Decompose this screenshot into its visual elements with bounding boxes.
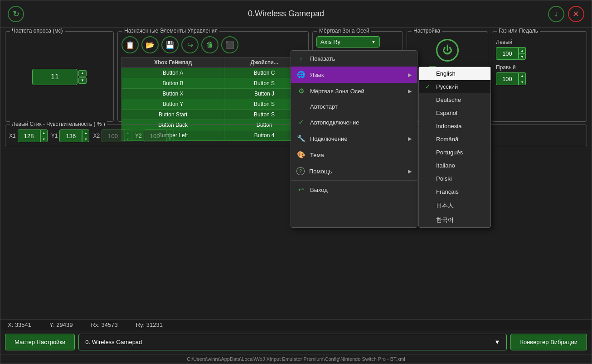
controls-panel-title: Назначенные Элементы Управления <box>122 28 219 34</box>
title-bar-right: ↓ ✕ <box>548 6 584 22</box>
autoconnect-label: Автоподключение <box>310 119 412 126</box>
dropdown-item-show[interactable]: ↑ Показать <box>291 51 417 67</box>
lang-deutsche[interactable]: Deutsche <box>419 93 490 106</box>
right-pedal-spinner[interactable]: 100 ▲ ▼ <box>496 72 583 85</box>
left-y2-down[interactable]: ▼ <box>166 136 174 142</box>
deadzone-panel-title: Мёртвая Зона Осей <box>317 28 371 34</box>
layers-button[interactable]: ⬛ <box>221 36 238 53</box>
layers-icon: ⬛ <box>225 41 234 49</box>
save-button[interactable]: 💾 <box>161 36 179 53</box>
left-pedal-spinner[interactable]: 100 ▲ ▼ <box>496 47 583 60</box>
lang-romana-text: Română <box>436 136 458 143</box>
left-y1-input[interactable]: 136 <box>59 129 82 142</box>
frequency-up-arrow[interactable]: ▲ <box>78 70 87 77</box>
download-button[interactable]: ↓ <box>548 6 564 22</box>
table-row[interactable]: Button XButton J <box>122 89 305 99</box>
axis-select[interactable]: Axis Ry ▼ <box>316 36 380 48</box>
left-x1-spinner[interactable]: 128 ▲ ▼ <box>18 129 48 142</box>
left-y1-label: Y1 <box>51 133 58 139</box>
lang-japanese-text: 日本人 <box>436 201 454 210</box>
export-button[interactable]: ↪ <box>181 36 199 53</box>
vibration-converter-button[interactable]: Конвертер Вибрации <box>510 334 587 350</box>
lang-italiano[interactable]: Italiano <box>419 159 490 172</box>
axis-select-row: Axis Ry ▼ <box>316 36 399 48</box>
dropdown-item-exit[interactable]: ↩ Выход <box>291 182 417 198</box>
lang-polski[interactable]: Polski <box>419 172 490 185</box>
left-y2-spinner[interactable]: 100 ▲ ▼ <box>144 129 174 142</box>
lang-japanese[interactable]: 日本人 <box>419 198 490 213</box>
left-y2-field: Y2 100 ▲ ▼ <box>135 129 174 142</box>
left-x2-down[interactable]: ▼ <box>124 136 131 142</box>
frequency-input[interactable]: 11 <box>39 73 71 81</box>
left-x1-up[interactable]: ▲ <box>40 129 48 136</box>
left-x2-input[interactable]: 100 <box>102 129 124 142</box>
left-pedal-up[interactable]: ▲ <box>519 47 526 53</box>
trash-icon: 🗑 <box>206 41 214 49</box>
master-settings-button[interactable]: Мастер Настройки <box>5 334 75 350</box>
right-pedal-up[interactable]: ▲ <box>519 72 526 79</box>
dropdown-item-autoconnect[interactable]: ✓ Автоподключение <box>291 114 417 130</box>
lang-korean[interactable]: 한국어 <box>419 213 490 227</box>
connect-arrow: ▶ <box>408 136 412 142</box>
table-row[interactable]: Button StartButton S <box>122 110 305 120</box>
open-button[interactable]: 📂 <box>141 36 159 53</box>
right-pedal-input[interactable]: 100 <box>496 72 519 85</box>
device-select[interactable]: 0. Wireless Gamepad ▼ <box>78 334 507 350</box>
left-y2-input[interactable]: 100 <box>144 129 166 142</box>
dropdown-item-language[interactable]: 🌐 Язык ▶ <box>291 67 417 83</box>
left-y1-down[interactable]: ▼ <box>82 136 89 142</box>
lang-korean-text: 한국어 <box>436 216 454 224</box>
table-row[interactable]: Button BButton S <box>122 78 305 89</box>
dropdown-item-connect[interactable]: 🔧 Подключение ▶ <box>291 130 417 147</box>
device-select-value: 0. Wireless Gamepad <box>85 339 142 345</box>
lang-francais-text: Français <box>436 188 459 195</box>
left-stick-inner: X1 128 ▲ ▼ Y1 136 <box>9 129 290 142</box>
deadzone-menu-label: Мёртвая Зона Осей <box>310 88 403 95</box>
language-icon: 🌐 <box>296 71 306 79</box>
left-y1-up[interactable]: ▲ <box>82 129 89 136</box>
frequency-down-arrow[interactable]: ▼ <box>78 77 87 84</box>
lang-indonesia[interactable]: Indonesia <box>419 120 490 133</box>
lang-romana[interactable]: Română <box>419 133 490 146</box>
theme-icon: 🎨 <box>296 151 306 159</box>
left-y2-up[interactable]: ▲ <box>166 129 174 136</box>
frequency-spinner[interactable]: 11 ▲ ▼ <box>32 69 87 85</box>
left-x1-down[interactable]: ▼ <box>40 136 48 142</box>
pedal-panel-title: Газ или Педаль <box>497 28 540 34</box>
main-window: ↻ 0.Wireless Gamepad ↓ ✕ Частота опроса … <box>0 0 592 364</box>
left-x2-spinner[interactable]: 100 ▲ ▼ <box>102 129 131 142</box>
bottom-bar: Мастер Настройки 0. Wireless Gamepad ▼ К… <box>0 330 592 354</box>
close-button[interactable]: ✕ <box>568 6 584 22</box>
dropdown-item-deadzone[interactable]: ⚙ Мёртвая Зона Осей ▶ <box>291 83 417 99</box>
dropdown-item-autostart[interactable]: Автостарт <box>291 99 417 114</box>
theme-label: Тема <box>310 152 412 158</box>
right-pedal-down[interactable]: ▼ <box>519 79 526 85</box>
dropdown-item-help[interactable]: ? Помощь ▶ <box>291 163 417 179</box>
left-y1-spinner[interactable]: 136 ▲ ▼ <box>59 129 89 142</box>
settings-panel-title: Настройка <box>412 28 442 34</box>
lang-espanol[interactable]: Español <box>419 106 490 120</box>
controls-panel: Назначенные Элементы Управления 📋 📂 💾 ↪ … <box>117 31 309 122</box>
left-pedal-down[interactable]: ▼ <box>519 53 526 60</box>
help-label: Помощь <box>309 168 403 175</box>
copy-button[interactable]: 📋 <box>121 36 139 53</box>
lang-russian[interactable]: ✓ Русский <box>419 80 490 93</box>
save-icon: 💾 <box>165 41 175 49</box>
right-pedal-row: Правый 100 ▲ ▼ <box>496 64 583 85</box>
lang-francais[interactable]: Français <box>419 185 490 198</box>
table-row[interactable]: Button YButton S <box>122 99 305 110</box>
lang-deutsche-text: Deutsche <box>436 96 461 103</box>
pedal-panel: Газ или Педаль Левый 100 ▲ ▼ Правый 100 <box>492 31 587 122</box>
left-x1-input[interactable]: 128 <box>18 129 40 142</box>
show-icon: ↑ <box>296 55 306 62</box>
dropdown-item-theme[interactable]: 🎨 Тема <box>291 147 417 163</box>
delete-button[interactable]: 🗑 <box>201 36 218 53</box>
table-row[interactable]: Button AButton C <box>122 68 305 78</box>
col-xbox: Xbox Геймпад <box>122 57 224 68</box>
lang-english[interactable]: English <box>419 67 490 80</box>
left-x2-up[interactable]: ▲ <box>124 129 131 136</box>
lang-portugues[interactable]: Português <box>419 146 490 159</box>
refresh-button[interactable]: ↻ <box>8 6 24 22</box>
left-pedal-input[interactable]: 100 <box>496 47 519 60</box>
exit-label: Выход <box>310 187 412 193</box>
